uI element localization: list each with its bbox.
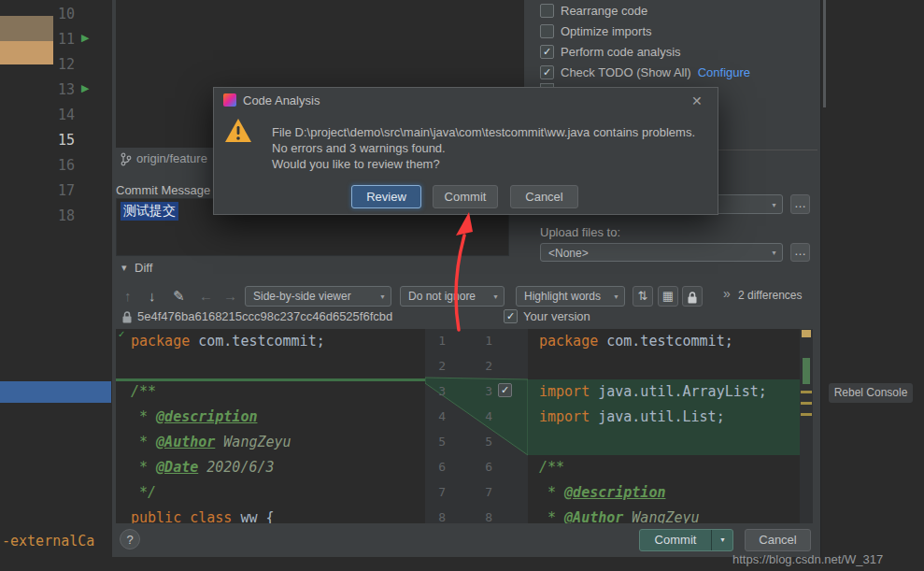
checkbox[interactable] [540,24,554,38]
watermark: https://blog.csdn.net/W_317 [732,552,883,566]
sync-scroll-button[interactable]: ▦ [658,286,678,307]
editor-line-number: 17 [37,182,75,199]
stripe-mark-tan [802,330,811,337]
code-line: package com.testcommit; [528,329,800,354]
cancel-button[interactable]: Cancel [510,185,578,208]
code-line [116,354,425,379]
code-line: */ [116,480,425,506]
stripe-mark-added [803,358,810,384]
dialog-message: File D:\project\demo\src\main\java\com\t… [272,124,695,172]
editor-line-number: 18 [37,207,75,224]
diff-collapse-icon[interactable]: ▾ [121,262,127,274]
insertion-marker [116,378,425,381]
previous-change-icon[interactable]: ← [199,288,213,304]
option-rearrange-code[interactable]: Rearrange code [540,3,647,18]
branch-label: origin/feature [136,151,207,165]
option-label: Perform code analysis [561,45,681,59]
code-analysis-dialog: Code Analysis ✕ File D:\project\demo\src… [213,87,718,215]
your-version-checkbox[interactable]: ✓ [504,309,518,323]
viewer-value: Side-by-side viewer [253,290,351,303]
diff-left-pane[interactable]: ✓ package com.testcommit; /** * @descrip… [116,329,425,523]
upload-files-label: Upload files to: [540,225,620,239]
checkbox[interactable]: ✓ [540,45,554,59]
checkbox[interactable] [540,4,554,18]
code-line: * @Author WangZeyu [116,430,425,455]
whitespace-value: Do not ignore [408,290,476,303]
screen: 10 11 12 13 14 15 16 17 18 ▶ ▶ -external… [0,0,924,571]
diff-line-number-left: 5 [427,435,446,449]
diff-viewer: ✓ package com.testcommit; /** * @descrip… [116,329,813,523]
collapse-unchanged-button[interactable]: ⇅ [633,286,653,307]
run-gutter-icon[interactable]: ▶ [81,82,89,94]
option-label: Optimize imports [561,24,652,38]
diff-line-number-left: 3 [427,384,446,398]
dialog-message-line3: Would you like to review them? [272,156,695,172]
lock-icon [688,292,697,304]
code-line-added: import java.util.ArrayList; [528,379,800,405]
code-line: /** [528,455,800,480]
commit-button-label[interactable]: Commit [640,530,711,550]
chevron-down-icon: ▼ [771,250,777,256]
commit-button[interactable]: Commit [433,185,498,208]
scrollbar[interactable] [823,0,826,107]
code-line: public class ww { [116,506,425,523]
run-gutter-icon[interactable]: ▶ [81,32,89,44]
apply-change-checkbox[interactable]: ✓ [498,383,512,397]
option-label: Check TODO (Show All) [561,65,691,79]
next-difference-icon[interactable]: ↓ [149,288,156,304]
code-line: * @description [116,405,425,430]
highlight-select[interactable]: Highlight words ▼ [516,286,625,307]
upload-files-select[interactable]: <None> ▼ [540,243,783,262]
diff-line-number-left: 1 [427,334,446,348]
error-stripe[interactable] [800,329,813,523]
diff-line-number-right: 6 [474,460,492,474]
warning-icon [224,118,252,144]
code-line: /** [116,379,425,405]
your-version-label: Your version [523,309,590,323]
dialog-message-line1: File D:\project\demo\src\main\java\com\t… [272,124,695,140]
code-line: * @Date 2020/6/3 [116,455,425,480]
chevron-down-icon: ▼ [379,293,386,300]
author-browse-button[interactable]: … [790,194,810,214]
diff-line-number-right: 3 [474,384,492,398]
commit-message-label: Commit Message [116,183,210,197]
differences-count: 2 differences [738,289,803,302]
upload-browse-button[interactable]: … [790,243,810,262]
lock-icon [122,311,132,323]
option-check-todo[interactable]: ✓ Check TODO (Show All) Configure [540,64,750,79]
viewer-select[interactable]: Side-by-side viewer ▼ [245,286,391,307]
whitespace-select[interactable]: Do not ignore ▼ [400,286,505,307]
readonly-lock-button[interactable] [682,286,703,307]
code-line-added: import java.util.List; [528,405,800,430]
review-button[interactable]: Review [351,185,421,208]
diff-line-number-left: 2 [427,359,446,373]
commit-message-text: 测试提交 [121,202,178,221]
editor-line-number: 10 [37,6,75,22]
commit-dropdown-arrow[interactable]: ▼ [711,530,733,550]
option-optimize-imports[interactable]: Optimize imports [540,23,652,38]
stripe-mark-warning [801,391,812,393]
cancel-button[interactable]: Cancel [745,529,811,551]
configure-link[interactable]: Configure [698,65,750,79]
close-icon[interactable]: ✕ [691,93,703,108]
editor-line-number: 14 [37,107,75,123]
stripe-mark-warning [801,402,812,405]
grid-icon: ▦ [662,289,674,303]
diff-line-number-left: 6 [427,460,446,474]
chevrons-icon[interactable]: » [723,286,731,301]
editor-line-number-current: 15 [37,132,75,149]
commit-split-button[interactable]: Commit ▼ [639,529,733,551]
diff-line-number-right: 5 [474,435,492,449]
stripe-mark-warning [801,413,812,416]
help-button[interactable]: ? [120,529,140,550]
diff-right-pane[interactable]: package com.testcommit; import java.util… [528,329,800,523]
diff-header-label: Diff [135,261,152,275]
option-perform-code-analysis[interactable]: ✓ Perform code analysis [540,44,681,59]
edit-source-icon[interactable]: ✎ [173,288,185,305]
highlight-value: Highlight words [524,290,601,303]
checkbox[interactable]: ✓ [540,65,554,79]
rebel-console-toolwindow-button[interactable]: Rebel Console [829,383,913,403]
diff-line-number-right: 4 [474,409,492,423]
previous-difference-icon[interactable]: ↑ [124,288,132,304]
next-change-icon[interactable]: → [223,288,237,304]
